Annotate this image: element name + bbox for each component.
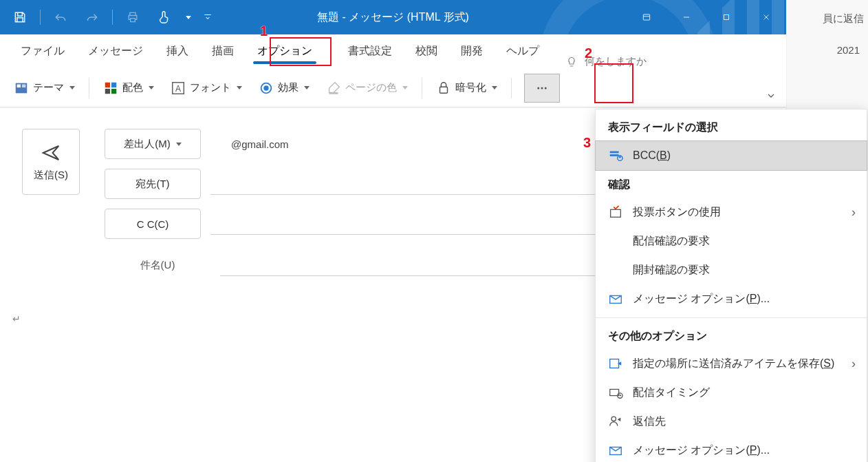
svg-point-12 bbox=[263, 85, 268, 90]
svg-rect-7 bbox=[105, 88, 110, 93]
tab-message-label: メッセージ bbox=[88, 45, 143, 56]
tab-help-label: ヘルプ bbox=[506, 45, 539, 56]
ribbon-options: テーマ 配色 A フォント 効果 ページの色 暗号化 bbox=[0, 69, 786, 107]
fonts-button[interactable]: A フォント bbox=[164, 74, 249, 102]
menu-item-delivery-receipt[interactable]: 配信確認の要求 bbox=[596, 227, 867, 255]
menu-msgopt-label: メッセージ オプション(P)... bbox=[633, 292, 770, 306]
qat-customize-button[interactable] bbox=[198, 2, 217, 32]
message-options-icon bbox=[608, 291, 623, 306]
annotation-2: 2 bbox=[585, 45, 592, 61]
menu-header-confirm: 確認 bbox=[596, 171, 867, 198]
bcc-icon bbox=[608, 148, 623, 163]
send-icon bbox=[41, 143, 61, 163]
menu-item-delay-delivery[interactable]: 配信タイミング bbox=[596, 378, 867, 407]
page-color-label: ページの色 bbox=[345, 81, 397, 94]
menu-separator bbox=[596, 317, 867, 318]
qat-save-button[interactable] bbox=[6, 2, 34, 32]
effects-button[interactable]: 効果 bbox=[252, 74, 316, 102]
menu-item-voting[interactable]: 投票ボタンの使用 › bbox=[596, 198, 867, 227]
chevron-down-icon bbox=[304, 86, 310, 90]
themes-button[interactable]: テーマ bbox=[7, 74, 82, 102]
delay-icon bbox=[608, 385, 623, 400]
chevron-down-icon bbox=[69, 86, 75, 90]
chevron-down-icon bbox=[766, 90, 777, 101]
qat-touch-mouse-button[interactable] bbox=[150, 2, 179, 32]
chevron-right-icon: › bbox=[851, 205, 856, 220]
svg-point-15 bbox=[541, 87, 543, 89]
from-button[interactable]: 差出人(M) bbox=[105, 129, 201, 159]
save-icon bbox=[13, 10, 27, 24]
cc-button[interactable]: C C(C) bbox=[105, 209, 201, 239]
minimize-icon bbox=[682, 12, 691, 22]
reply-to-icon bbox=[608, 414, 623, 429]
menu-item-message-options-2[interactable]: メッセージ オプション(P)... bbox=[596, 436, 867, 462]
menu-item-message-options[interactable]: メッセージ オプション(P)... bbox=[596, 284, 867, 313]
tab-options[interactable]: オプション bbox=[246, 37, 323, 68]
effects-icon bbox=[259, 81, 274, 96]
svg-rect-23 bbox=[610, 359, 619, 368]
bg-year-text: 2021 bbox=[837, 44, 860, 56]
menu-save-sent-label: 指定の場所に送信済みアイテムを保存(S) bbox=[633, 357, 834, 371]
tab-format-label: 書式設定 bbox=[348, 45, 392, 56]
from-value: @gmail.com bbox=[210, 138, 289, 150]
qat-touch-caret[interactable] bbox=[182, 2, 195, 32]
qat-print-button[interactable] bbox=[118, 2, 147, 32]
chevron-down-icon bbox=[492, 86, 497, 90]
menu-msgopt2-label: メッセージ オプション(P)... bbox=[633, 443, 770, 458]
window-title: 無題 - メッセージ (HTML 形式) bbox=[317, 10, 469, 25]
undo-icon bbox=[54, 10, 67, 24]
ribbon-tab-bar: ファイル メッセージ 挿入 描画 オプション 書式設定 校閲 開発 ヘルプ 何を… bbox=[0, 34, 786, 69]
tab-message[interactable]: メッセージ bbox=[77, 37, 154, 68]
lock-icon bbox=[436, 81, 451, 96]
qat-separator-2 bbox=[112, 10, 113, 25]
menu-replyto-label: 返信先 bbox=[633, 414, 666, 429]
send-column: 送信(S) bbox=[17, 129, 85, 441]
lightbulb-icon bbox=[565, 56, 578, 68]
save-sent-icon bbox=[608, 356, 623, 371]
fonts-label: フォント bbox=[190, 81, 231, 94]
tab-developer[interactable]: 開発 bbox=[450, 37, 494, 68]
tab-file-label: ファイル bbox=[21, 45, 65, 56]
ribbon-collapse-button[interactable] bbox=[763, 87, 779, 104]
tab-format[interactable]: 書式設定 bbox=[337, 37, 403, 68]
customize-icon bbox=[203, 12, 213, 22]
menu-voting-label: 投票ボタンの使用 bbox=[633, 205, 721, 220]
message-options-icon bbox=[608, 443, 623, 458]
to-button[interactable]: 宛先(T) bbox=[105, 169, 201, 199]
ribbon-display-options-button[interactable] bbox=[627, 0, 666, 34]
maximize-icon bbox=[721, 12, 731, 22]
tab-draw[interactable]: 描画 bbox=[201, 37, 245, 68]
menu-item-bcc[interactable]: BCC(B) bbox=[595, 140, 867, 171]
encrypt-button[interactable]: 暗号化 bbox=[429, 74, 504, 102]
svg-rect-17 bbox=[610, 151, 619, 154]
svg-text:A: A bbox=[175, 83, 181, 93]
svg-point-16 bbox=[545, 87, 547, 89]
annotation-3: 3 bbox=[583, 135, 591, 151]
menu-item-read-receipt[interactable]: 開封確認の要求 bbox=[596, 255, 867, 284]
qat-redo-button[interactable] bbox=[78, 2, 107, 32]
menu-item-save-sent[interactable]: 指定の場所に送信済みアイテムを保存(S) › bbox=[596, 349, 867, 378]
tab-review[interactable]: 校閲 bbox=[404, 37, 448, 68]
minimize-button[interactable] bbox=[666, 0, 706, 34]
menu-item-reply-to[interactable]: 返信先 bbox=[596, 407, 867, 436]
tab-help[interactable]: ヘルプ bbox=[495, 37, 550, 68]
blank-icon bbox=[608, 233, 623, 249]
svg-rect-1 bbox=[724, 15, 729, 20]
page-color-button[interactable]: ページの色 bbox=[319, 74, 415, 102]
tell-me-search[interactable]: 何をしますか bbox=[565, 55, 647, 68]
menu-header-fields: 表示フィールドの選択 bbox=[596, 114, 867, 140]
qat-undo-button[interactable] bbox=[46, 2, 75, 32]
tab-draw-label: 描画 bbox=[212, 45, 234, 56]
ribbon-overflow-button[interactable] bbox=[524, 74, 560, 103]
svg-rect-3 bbox=[17, 84, 21, 87]
svg-rect-6 bbox=[111, 82, 116, 87]
svg-rect-4 bbox=[22, 84, 25, 87]
tab-review-label: 校閲 bbox=[415, 45, 437, 56]
colors-button[interactable]: 配色 bbox=[96, 74, 161, 102]
tab-insert[interactable]: 挿入 bbox=[155, 37, 199, 68]
tab-file[interactable]: ファイル bbox=[10, 37, 76, 68]
maximize-button[interactable] bbox=[706, 0, 746, 34]
quick-access-toolbar bbox=[0, 2, 217, 32]
close-button[interactable] bbox=[746, 0, 786, 34]
send-button[interactable]: 送信(S) bbox=[22, 129, 80, 195]
